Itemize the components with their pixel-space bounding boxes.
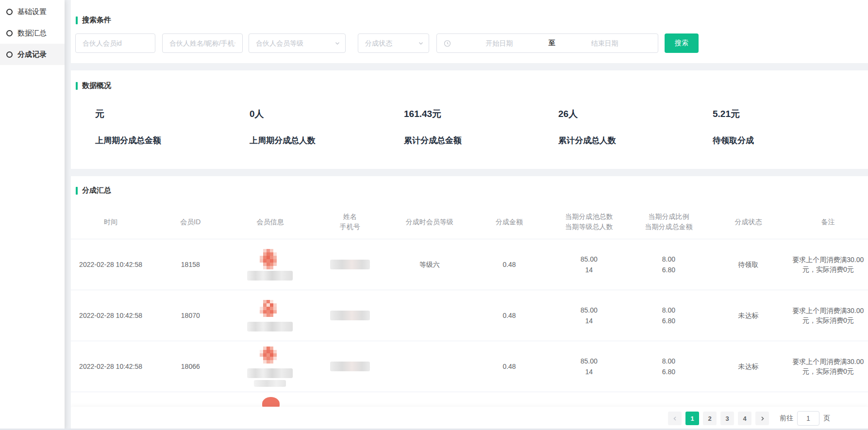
chevron-down-icon (418, 40, 424, 46)
cell-name-phone (310, 239, 390, 290)
member-avatar-blurred (260, 300, 280, 320)
table-row: 2022-02-28 10:42:58 18158 (71, 239, 868, 290)
sidebar-item-data-summary[interactable]: 数据汇总 (0, 22, 65, 44)
table-section-title: 分成汇总 (71, 186, 868, 195)
cell-ratio: 8.006.80 (629, 341, 708, 392)
col-header-time: 时间 (71, 208, 150, 239)
commission-table: 时间 会员ID 会员信息 姓名手机号 分成时会员等级 分成金额 当期分成池总数当… (71, 208, 868, 411)
cell-remark: 要求上个周消费满30.00元，实际消费0元 (788, 341, 868, 392)
partner-name-input[interactable] (163, 34, 242, 52)
cell-status: 未达标 (709, 290, 788, 341)
section-title-text: 分成汇总 (82, 186, 111, 195)
stat-label: 待领取分成 (713, 135, 867, 146)
stat-label: 上周期分成总人数 (250, 135, 404, 146)
member-id-field-wrap (75, 33, 155, 53)
cell-status: 待领取 (709, 239, 788, 290)
stat-last-period-amount: 元 上周期分成总金额 (95, 108, 250, 146)
member-level-select-input[interactable] (249, 34, 345, 52)
clock-icon (444, 40, 451, 47)
prev-page-button[interactable] (668, 412, 682, 425)
cell-level (390, 290, 469, 341)
page-button-1[interactable]: 1 (685, 412, 699, 425)
page-button-3[interactable]: 3 (720, 412, 734, 425)
cell-status: 未达标 (709, 341, 788, 392)
table-row: 2022-02-28 10:42:58 18066 (71, 341, 868, 392)
stat-value: 161.43元 (404, 108, 558, 120)
title-accent-bar (76, 187, 78, 195)
cell-amount: 0.48 (469, 290, 549, 341)
cell-member-id: 18158 (150, 239, 230, 290)
member-nickname-blurred (247, 271, 293, 281)
goto-label: 前往 (780, 414, 793, 423)
cell-ratio: 8.006.80 (629, 239, 708, 290)
col-header-member-id: 会员ID (150, 208, 230, 239)
next-page-button[interactable] (755, 412, 769, 425)
sidebar: 基础设置 数据汇总 分成记录 (0, 0, 65, 430)
chevron-down-icon (334, 40, 340, 46)
search-section-title: 搜索条件 (71, 16, 868, 25)
search-controls-row: 至 搜索 (75, 33, 868, 53)
stat-value: 5.21元 (713, 108, 867, 120)
table-row: 2022-02-28 10:42:58 18070 (71, 290, 868, 341)
col-header-pool: 当期分成池总数当期等级总人数 (549, 208, 629, 239)
sidebar-item-basic-settings[interactable]: 基础设置 (0, 1, 65, 22)
member-avatar-blurred (260, 347, 280, 367)
stat-value: 26人 (558, 108, 713, 120)
title-accent-bar (76, 82, 78, 90)
stat-total-people: 26人 累计分成总人数 (558, 108, 713, 146)
col-header-status: 分成状态 (709, 208, 788, 239)
cell-member-id: 18066 (150, 341, 230, 392)
circle-icon (6, 51, 13, 58)
cell-member-info (230, 290, 310, 341)
chevron-left-icon (672, 416, 678, 421)
commission-status-select[interactable] (358, 33, 429, 53)
partner-name-field-wrap (162, 33, 243, 53)
data-overview-card: 数据概况 元 上周期分成总金额 0人 上周期分成总人数 161.43元 累计分成… (71, 70, 868, 169)
sidebar-item-label: 分成记录 (17, 50, 47, 59)
cell-time: 2022-02-28 10:42:58 (71, 290, 150, 341)
goto-page-group: 前往 页 (780, 411, 830, 426)
section-title-text: 数据概况 (82, 81, 111, 90)
member-avatar-blurred (260, 249, 280, 269)
goto-page-input[interactable] (797, 411, 819, 426)
stats-row: 元 上周期分成总金额 0人 上周期分成总人数 161.43元 累计分成总金额 2… (71, 90, 868, 146)
stat-value: 0人 (250, 108, 404, 120)
date-range-picker[interactable]: 至 (436, 33, 658, 53)
cell-time: 2022-02-28 10:42:58 (71, 239, 150, 290)
circle-icon (6, 9, 13, 15)
circle-icon (6, 30, 13, 36)
stat-value: 元 (95, 108, 250, 120)
title-accent-bar (76, 17, 78, 24)
section-title-text: 搜索条件 (82, 16, 111, 25)
start-date-input[interactable] (451, 34, 548, 52)
col-header-amount: 分成金额 (469, 208, 549, 239)
cell-level (390, 341, 469, 392)
main-content: 搜索条件 (71, 0, 868, 430)
member-nickname-blurred (247, 322, 293, 331)
member-nickname-blurred (254, 380, 286, 387)
search-button[interactable]: 搜索 (665, 33, 699, 53)
date-separator-label: 至 (548, 39, 556, 48)
cell-pool: 85.0014 (549, 290, 629, 341)
overview-section-title: 数据概况 (71, 81, 868, 90)
page-button-4[interactable]: 4 (738, 412, 751, 425)
cell-name-phone (310, 290, 390, 341)
cell-time: 2022-02-28 10:42:58 (71, 341, 150, 392)
name-phone-blurred (330, 311, 370, 320)
chevron-right-icon (760, 416, 765, 421)
page-button-2[interactable]: 2 (703, 412, 717, 425)
member-level-select[interactable] (249, 33, 346, 53)
partner-member-id-input[interactable] (76, 34, 155, 52)
stat-total-amount: 161.43元 累计分成总金额 (404, 108, 558, 146)
page-unit-label: 页 (823, 414, 830, 423)
cell-pool: 85.0014 (549, 341, 629, 392)
cell-member-info (230, 239, 310, 290)
stat-label: 累计分成总金额 (404, 135, 558, 146)
name-phone-blurred (330, 362, 370, 371)
member-nickname-blurred (247, 368, 293, 378)
sidebar-item-commission-records[interactable]: 分成记录 (0, 44, 65, 65)
stat-label: 累计分成总人数 (558, 135, 713, 146)
pagination-bar: 1 2 3 4 前往 页 (71, 407, 868, 430)
end-date-input[interactable] (556, 34, 653, 52)
col-header-name-phone: 姓名手机号 (310, 208, 390, 239)
